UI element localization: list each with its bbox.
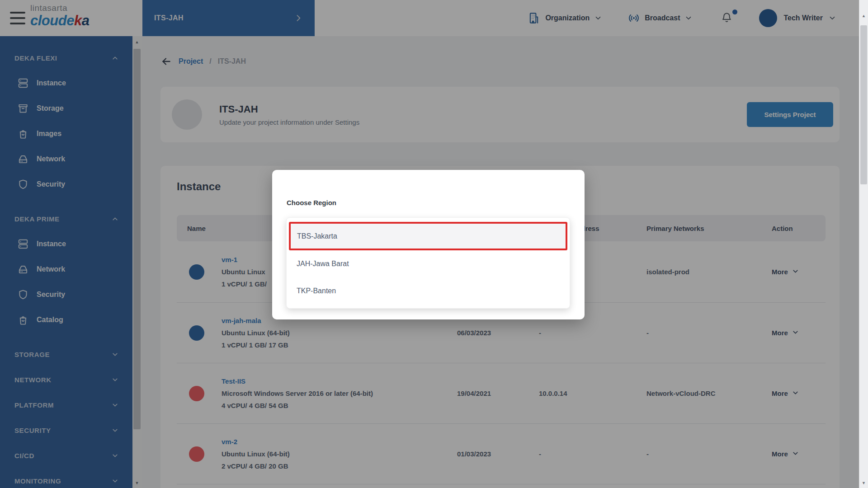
window-scrollbar-thumb[interactable] (860, 25, 867, 184)
region-dropdown: TBS-JakartaJAH-Jawa BaratTKP-Banten (286, 217, 570, 309)
choose-region-modal: Choose Region TBS-JakartaJAH-Jawa BaratT… (272, 170, 585, 319)
scroll-down-icon[interactable]: ▼ (859, 481, 868, 485)
region-option-tkp-banten[interactable]: TKP-Banten (287, 277, 570, 305)
window-scrollbar: ▲ ▼ (859, 0, 868, 488)
region-option-jah-jawa-barat[interactable]: JAH-Jawa Barat (287, 250, 570, 277)
scroll-up-icon[interactable]: ▲ (859, 14, 868, 18)
choose-region-label: Choose Region (287, 199, 336, 206)
region-option-tbs-jakarta[interactable]: TBS-Jakarta (289, 222, 567, 250)
